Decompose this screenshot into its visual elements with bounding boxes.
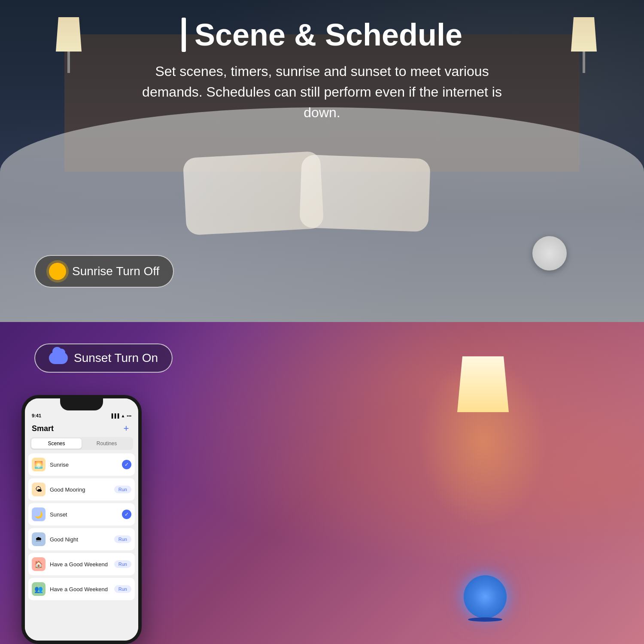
scene-icon-good-morning: 🌤 xyxy=(32,483,46,496)
scene-run-good-night[interactable]: Run xyxy=(114,535,131,543)
scene-item-left-weekend-2: 👥 Have a Good Weekend xyxy=(32,582,108,596)
bottom-section: Sunset Turn On 9:41 ▐▐▐ ▲ ▪▪▪ Smart + Sc… xyxy=(0,322,644,644)
wifi-icon: ▲ xyxy=(121,413,125,418)
scene-item-weekend-2[interactable]: 👥 Have a Good Weekend Run xyxy=(28,578,135,600)
pillow-2 xyxy=(299,155,431,232)
scene-item-sunset[interactable]: 🌙 Sunset ✓ xyxy=(28,503,135,526)
phone-add-button[interactable]: + xyxy=(121,423,131,434)
scene-icon-weekend-1: 🏠 xyxy=(32,557,46,571)
scene-item-left-good-night: 🌧 Good Night xyxy=(32,532,78,546)
scene-item-good-night[interactable]: 🌧 Good Night Run xyxy=(28,528,135,550)
scene-schedule-title: Scene & Schedule xyxy=(194,17,462,52)
scene-item-good-morning[interactable]: 🌤 Good Mooring Run xyxy=(28,478,135,501)
phone-app-title: Smart xyxy=(32,424,54,433)
scene-name-weekend-2: Have a Good Weekend xyxy=(50,586,108,592)
smart-speaker-glow xyxy=(464,575,507,618)
scene-item-left-good-morning: 🌤 Good Mooring xyxy=(32,483,85,496)
lamp-glow-shade xyxy=(457,356,509,412)
scene-item-left-weekend-1: 🏠 Have a Good Weekend xyxy=(32,557,108,571)
section-title: Scene & Schedule xyxy=(0,17,644,52)
scene-run-weekend-1[interactable]: Run xyxy=(114,560,131,568)
scene-item-sunrise[interactable]: 🌅 Sunrise ✓ xyxy=(28,453,135,476)
title-bar-decoration xyxy=(182,18,186,52)
signal-bars-icon: ▐▐▐ xyxy=(110,413,119,418)
scene-run-good-morning[interactable]: Run xyxy=(114,486,131,493)
smart-speaker-top xyxy=(532,236,567,270)
top-section: Scene & Schedule Set scenes, timers, sun… xyxy=(0,0,644,322)
scene-icon-sunset: 🌙 xyxy=(32,507,46,521)
lamp-glow xyxy=(451,356,515,442)
sunrise-badge-text: Sunrise Turn Off xyxy=(72,264,159,278)
scene-icon-sunrise: 🌅 xyxy=(32,458,46,471)
scene-name-weekend-1: Have a Good Weekend xyxy=(50,561,108,568)
phone-time: 9:41 xyxy=(32,413,41,418)
phone-status-bar: 9:41 ▐▐▐ ▲ ▪▪▪ xyxy=(25,411,138,422)
top-content: Scene & Schedule Set scenes, timers, sun… xyxy=(0,17,644,123)
sunrise-badge[interactable]: Sunrise Turn Off xyxy=(34,255,174,288)
tab-scenes[interactable]: Scenes xyxy=(31,438,82,449)
scene-check-sunset: ✓ xyxy=(122,510,131,519)
sunset-badge-text: Sunset Turn On xyxy=(74,351,158,365)
scene-name-sunset: Sunset xyxy=(50,511,67,518)
scene-check-sunrise: ✓ xyxy=(122,460,131,469)
phone-mockup: 9:41 ▐▐▐ ▲ ▪▪▪ Smart + Scenes Routines xyxy=(21,395,142,644)
scene-name-good-morning: Good Mooring xyxy=(50,486,85,493)
scene-item-left-sunrise: 🌅 Sunrise xyxy=(32,458,69,471)
phone-screen: 9:41 ▐▐▐ ▲ ▪▪▪ Smart + Scenes Routines xyxy=(25,398,138,641)
scene-icon-weekend-2: 👥 xyxy=(32,582,46,596)
sunset-cloud-icon xyxy=(49,352,68,364)
scene-run-weekend-2[interactable]: Run xyxy=(114,585,131,593)
phone-notch xyxy=(60,398,103,410)
section-subtitle: Set scenes, timers, sunrise and sunset t… xyxy=(129,61,515,123)
battery-icon: ▪▪▪ xyxy=(127,413,131,418)
pillow-group xyxy=(150,150,494,236)
phone-status-icons: ▐▐▐ ▲ ▪▪▪ xyxy=(110,413,131,418)
tab-routines[interactable]: Routines xyxy=(82,438,132,449)
phone-tabs: Scenes Routines xyxy=(30,437,133,450)
phone-header: Smart + xyxy=(25,422,138,437)
scene-icon-good-night: 🌧 xyxy=(32,532,46,546)
sunrise-icon xyxy=(49,263,66,280)
scene-item-weekend-1[interactable]: 🏠 Have a Good Weekend Run xyxy=(28,553,135,575)
scene-name-sunrise: Sunrise xyxy=(50,462,69,468)
scene-list: 🌅 Sunrise ✓ 🌤 Good Mooring Run xyxy=(25,453,138,600)
scene-name-good-night: Good Night xyxy=(50,536,78,543)
scene-item-left-sunset: 🌙 Sunset xyxy=(32,507,67,521)
sunset-badge[interactable]: Sunset Turn On xyxy=(34,343,173,373)
